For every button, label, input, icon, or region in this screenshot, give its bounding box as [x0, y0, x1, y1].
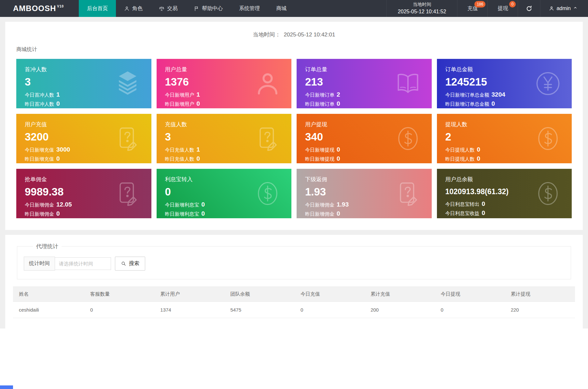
table-cell: 200: [365, 302, 435, 318]
card-subline-value: 12.05: [56, 201, 72, 208]
card-subline-value: 1: [197, 146, 200, 153]
card-subline: 昨日新增订单0: [305, 100, 423, 107]
table-header: 团队余额: [225, 287, 295, 302]
user-menu[interactable]: admin: [540, 0, 588, 17]
card-subline: 昨日新增充值0: [25, 155, 143, 162]
agent-table-body: ceshidaili01374547502000220: [13, 302, 575, 318]
card-subline-value: 0: [492, 100, 495, 107]
scale-icon: [159, 6, 164, 11]
stat-card-1: 用户总量1376今日新增用户1昨日新增用户0: [157, 59, 292, 108]
nav-item-help[interactable]: 帮助中心: [186, 0, 231, 17]
card-subline: 昨日新增佣金0: [25, 210, 143, 217]
stat-card-5: 充值人数3今日充值人数1昨日充值人数0: [157, 114, 292, 163]
card-subline-value: 0: [337, 210, 340, 217]
card-subline: 昨日新增用户0: [165, 100, 283, 107]
stat-time-label: 统计时间: [24, 257, 55, 271]
table-header: 累计提现: [505, 287, 575, 302]
card-subline-label: 昨日新增订单: [305, 101, 334, 107]
card-subline-value: 1.93: [337, 201, 349, 208]
card-subline: 昨日新增利息宝0: [165, 210, 283, 217]
card-subline-value: 0: [482, 200, 485, 207]
card-subline-value: 1: [197, 91, 200, 98]
table-cell: 0: [435, 302, 505, 318]
agent-fieldset: 代理统计 统计时间 搜索: [17, 243, 571, 279]
card-subline-label: 昨日新增佣金: [25, 211, 54, 217]
card-subline-value: 0: [56, 100, 60, 107]
table-header: 累计充值: [365, 287, 435, 302]
dollar-icon: [394, 125, 422, 153]
nav-item-mall[interactable]: 商城: [268, 0, 295, 17]
withdraw-nav-item[interactable]: 0 提现: [487, 0, 518, 17]
card-subline-value: 0: [337, 155, 340, 162]
app-logo-text: AMBOOSH: [13, 4, 56, 13]
content-area: 当地时间：2025-05-12 10:42:01 商城统计 首冲人数3今日首冲人…: [0, 17, 588, 329]
user-icon: [254, 70, 282, 98]
card-subline-label: 今日利息宝收益: [445, 210, 480, 216]
doc-edit-icon: [254, 125, 282, 153]
stats-panel: 当地时间：2025-05-12 10:42:01 商城统计 首冲人数3今日首冲人…: [5, 22, 583, 230]
navbar-right: 当地时间 2025-05-12 10:41:52 186 充值 0 提现 adm…: [386, 0, 588, 17]
doc-edit-icon: [114, 180, 142, 208]
card-subline-value: 1: [56, 91, 60, 98]
stat-card-0: 首冲人数3今日首冲人数1昨日首冲人数0: [16, 59, 151, 108]
agent-panel: 代理统计 统计时间 搜索 姓名客服数量累计用户团队余额今日充值累计充值今日提现累…: [5, 235, 583, 329]
nav-item-label: 商城: [276, 5, 287, 12]
username: admin: [556, 6, 571, 11]
main-nav: 后台首页角色交易帮助中心系统管理商城: [79, 0, 295, 17]
search-button[interactable]: 搜索: [115, 257, 145, 271]
recharge-nav-item[interactable]: 186 充值: [457, 0, 487, 17]
app-logo-version: V10: [57, 5, 64, 8]
table-header: 今日提现: [435, 287, 505, 302]
card-subline-label: 今日新增佣金: [305, 202, 334, 208]
card-subline: 昨日新增提现0: [305, 155, 423, 162]
card-subline-value: 0: [477, 146, 481, 153]
search-button-label: 搜索: [129, 260, 139, 267]
card-subline-value: 0: [337, 146, 340, 153]
dollar-icon: [534, 125, 562, 153]
nav-item-roles[interactable]: 角色: [116, 0, 151, 17]
stat-card-6: 用户提现340今日新增提现0昨日新增提现0: [297, 114, 432, 163]
nav-item-label: 帮助中心: [202, 5, 223, 12]
card-subline-label: 今日首冲人数: [25, 92, 54, 98]
stat-card-10: 下级返佣1.93今日新增佣金1.93昨日新增佣金0: [297, 169, 432, 218]
refresh-button[interactable]: [518, 0, 540, 17]
table-cell: 220: [505, 302, 575, 318]
stat-card-8: 抢单佣金9989.38今日新增佣金12.05昨日新增佣金0: [16, 169, 151, 218]
agent-table: 姓名客服数量累计用户团队余额今日充值累计充值今日提现累计提现 ceshidail…: [13, 287, 575, 318]
card-subline: 今日利息宝收益0: [445, 209, 564, 217]
card-subline-value: 0: [202, 210, 205, 217]
nav-item-home[interactable]: 后台首页: [79, 0, 116, 17]
card-subline-label: 今日新增充值: [25, 147, 54, 153]
card-subline-label: 今日新增佣金: [25, 202, 54, 208]
card-subline-label: 今日提现人数: [445, 147, 475, 153]
card-subline-value: 0: [337, 100, 340, 107]
chevron-up-icon: [573, 6, 578, 11]
card-subline-value: 3204: [492, 91, 505, 98]
stat-card-7: 提现人数2今日提现人数0昨日提现人数0: [437, 114, 572, 163]
card-subline: 昨日新增订单总金额0: [445, 100, 564, 107]
card-subline-value: 0: [202, 201, 205, 208]
card-subline-label: 昨日首冲人数: [25, 101, 54, 107]
stat-card-11: 用户总余额1020913.98(61.32)今日利息宝转出0今日利息宝收益0: [437, 169, 572, 218]
book-icon: [394, 70, 422, 98]
table-header: 累计用户: [154, 287, 224, 302]
table-cell: ceshidaili: [13, 302, 84, 318]
stat-time-input[interactable]: [55, 257, 111, 270]
local-time-label: 当地时间: [413, 1, 431, 8]
card-subline-value: 0: [477, 155, 481, 162]
card-subline-value: 0: [56, 210, 60, 217]
main-time-value: 2025-05-12 10:42:01: [284, 32, 335, 38]
card-subline-value: 0: [56, 155, 60, 162]
agent-legend: 代理统计: [33, 243, 62, 250]
nav-item-system[interactable]: 系统管理: [231, 0, 268, 17]
user-icon: [124, 6, 130, 11]
stat-card-3: 订单总金额1245215今日新增订单总金额3204昨日新增订单总金额0: [437, 59, 572, 108]
card-subline-label: 昨日提现人数: [445, 156, 475, 162]
doc-edit-icon: [114, 125, 142, 153]
search-icon: [121, 261, 126, 266]
local-time-value: 2025-05-12 10:41:52: [398, 8, 446, 16]
refresh-icon: [526, 5, 532, 12]
nav-item-trade[interactable]: 交易: [151, 0, 186, 17]
table-cell: 0: [295, 302, 365, 318]
stats-cards-grid: 首冲人数3今日首冲人数1昨日首冲人数0用户总量1376今日新增用户1昨日新增用户…: [16, 59, 572, 218]
